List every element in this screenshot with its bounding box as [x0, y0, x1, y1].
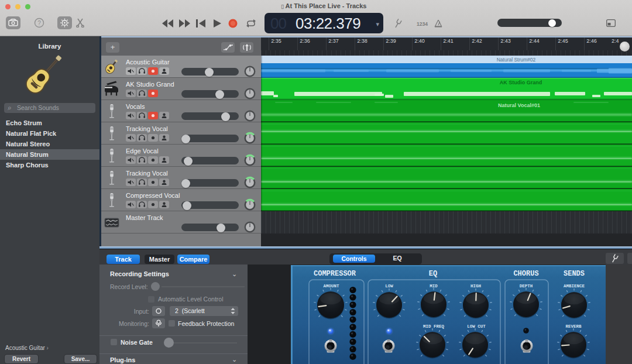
svg-text:Natural Strum#02: Natural Strum#02: [497, 57, 536, 63]
svg-text:AMBIENCE: AMBIENCE: [564, 284, 585, 289]
svg-text:MID: MID: [430, 284, 438, 289]
svg-text:EQ: EQ: [429, 270, 437, 278]
svg-text:SENDS: SENDS: [564, 270, 585, 278]
svg-text:Natural Vocal#01: Natural Vocal#01: [498, 102, 540, 108]
svg-text:CHORUS: CHORUS: [513, 270, 538, 278]
svg-text:LOW CUT: LOW CUT: [467, 324, 486, 329]
svg-text:HIGH: HIGH: [470, 284, 481, 289]
svg-text:DEPTH: DEPTH: [520, 284, 533, 289]
svg-text:LOW: LOW: [385, 284, 393, 289]
svg-text:AMOUNT: AMOUNT: [323, 284, 339, 289]
svg-text:COMPRESSOR: COMPRESSOR: [314, 270, 356, 278]
svg-text:?: ?: [37, 20, 41, 26]
svg-text:MID FREQ: MID FREQ: [423, 324, 445, 329]
svg-text:AK Studio Grand: AK Studio Grand: [500, 80, 542, 85]
svg-text:REVERB: REVERB: [565, 324, 582, 329]
